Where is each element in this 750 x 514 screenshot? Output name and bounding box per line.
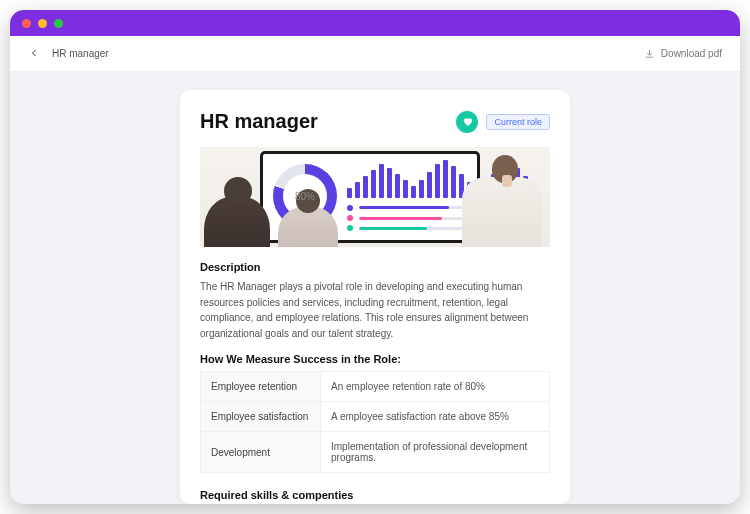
bar: [411, 186, 416, 198]
bar: [435, 164, 440, 198]
hero-image: 80% 60%: [200, 147, 550, 247]
heart-icon: [462, 116, 473, 127]
table-row: Employee retentionAn employee retention …: [201, 372, 550, 402]
success-table: Employee retentionAn employee retention …: [200, 371, 550, 473]
download-pdf-button[interactable]: Download pdf: [644, 48, 722, 59]
bar: [387, 168, 392, 198]
breadcrumb: HR manager: [52, 48, 109, 59]
table-cell-value: An employee retention rate of 80%: [321, 372, 550, 402]
success-heading: How We Measure Success in the Role:: [200, 353, 550, 365]
minimize-window-icon[interactable]: [38, 19, 47, 28]
status-badge: Current role: [486, 114, 550, 130]
table-cell-label: Development: [201, 432, 321, 473]
person-silhouette: [204, 197, 270, 247]
close-window-icon[interactable]: [22, 19, 31, 28]
gauge-label: 80%: [273, 164, 337, 228]
topbar: HR manager Download pdf: [10, 36, 740, 72]
window-titlebar: [10, 10, 740, 36]
bar: [355, 182, 360, 198]
bar: [379, 164, 384, 198]
table-cell-label: Employee retention: [201, 372, 321, 402]
bar: [403, 180, 408, 198]
bar: [395, 174, 400, 198]
bar: [363, 176, 368, 198]
download-pdf-label: Download pdf: [661, 48, 722, 59]
skills-heading: Required skills & compenties: [200, 489, 550, 501]
role-card: HR manager Current role 80%: [180, 90, 570, 504]
back-button[interactable]: [28, 47, 40, 61]
page-content: HR manager Current role 80%: [10, 72, 740, 504]
bar: [419, 180, 424, 198]
table-row: DevelopmentImplementation of professiona…: [201, 432, 550, 473]
table-cell-label: Employee satisfaction: [201, 402, 321, 432]
bar: [427, 172, 432, 198]
gauge-chart: 80%: [273, 164, 337, 228]
table-row: Employee satisfactionA employee satisfac…: [201, 402, 550, 432]
page-title: HR manager: [200, 110, 318, 133]
table-cell-value: Implementation of professional developme…: [321, 432, 550, 473]
description-body: The HR Manager plays a pivotal role in d…: [200, 279, 550, 341]
dot-icon: [347, 205, 353, 211]
table-cell-value: A employee satisfaction rate above 85%: [321, 402, 550, 432]
person-silhouette: [462, 177, 542, 247]
favorite-button[interactable]: [456, 111, 478, 133]
bar: [451, 166, 456, 198]
dot-icon: [347, 215, 353, 221]
bar: [347, 188, 352, 198]
maximize-window-icon[interactable]: [54, 19, 63, 28]
bar: [371, 170, 376, 198]
dot-icon: [347, 225, 353, 231]
description-heading: Description: [200, 261, 550, 273]
bar: [443, 160, 448, 198]
